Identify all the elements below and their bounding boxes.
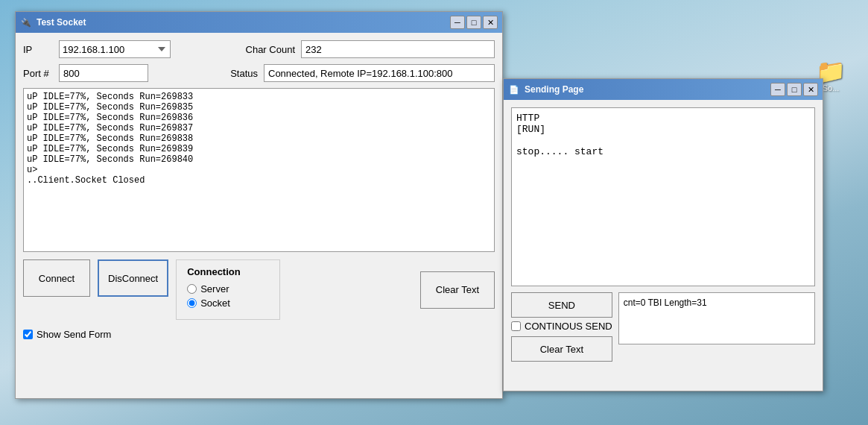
ip-label: IP <box>23 44 53 55</box>
sending-title-bar: 📄 Sending Page ─ □ ✕ <box>504 79 823 100</box>
main-window: 🔌 Test Socket ─ □ ✕ IP 192.168.1.100 192… <box>15 11 503 399</box>
ip-select[interactable]: 192.168.1.100 192.168.1.1 127.0.0.1 <box>59 40 171 58</box>
send-left-col: SEND CONTINOUS SEND Clear Text <box>511 292 612 362</box>
sending-window-content: HTTP [RUN] stop..... start SEND CONTINOU… <box>504 100 823 369</box>
main-window-content: IP 192.168.1.100 192.168.1.1 127.0.0.1 C… <box>16 33 502 347</box>
server-radio-row[interactable]: Server <box>187 283 269 295</box>
port-row: Port # Status <box>23 64 495 82</box>
sending-window: 📄 Sending Page ─ □ ✕ HTTP [RUN] stop....… <box>503 78 823 391</box>
main-window-icon: 🔌 <box>20 16 32 28</box>
sending-minimize-button[interactable]: ─ <box>770 83 785 96</box>
server-label: Server <box>200 283 229 295</box>
socket-radio[interactable] <box>187 298 197 308</box>
main-close-button[interactable]: ✕ <box>483 16 498 29</box>
port-label: Port # <box>23 68 53 79</box>
send-button[interactable]: SEND <box>511 292 612 318</box>
sending-clear-text-button[interactable]: Clear Text <box>511 336 612 362</box>
main-minimize-button[interactable]: ─ <box>450 16 465 29</box>
connection-group: Connection Server Socket <box>176 259 280 320</box>
folder-label: So... <box>823 84 840 92</box>
main-title-bar: 🔌 Test Socket ─ □ ✕ <box>16 12 502 33</box>
sending-window-title: Sending Page <box>525 84 770 95</box>
connection-group-title: Connection <box>187 266 269 277</box>
server-radio[interactable] <box>187 284 197 294</box>
status-input[interactable] <box>264 64 495 82</box>
info-text: cnt=0 TBI Length=31 <box>624 298 707 308</box>
disconnect-button[interactable]: DisConnect <box>98 259 168 297</box>
ip-row: IP 192.168.1.100 192.168.1.1 127.0.0.1 C… <box>23 40 495 58</box>
bottom-controls: Connect DisConnect Connection Server Soc… <box>23 259 495 320</box>
port-input[interactable] <box>59 64 148 82</box>
connect-button[interactable]: Connect <box>23 259 90 297</box>
clear-text-button[interactable]: Clear Text <box>420 271 495 309</box>
show-send-form-checkbox[interactable] <box>23 330 33 339</box>
sending-maximize-button[interactable]: □ <box>787 83 802 96</box>
status-label: Status <box>230 68 258 79</box>
sending-window-icon: 📄 <box>508 84 520 95</box>
char-count-label: Char Count <box>246 44 295 55</box>
send-textarea[interactable]: HTTP [RUN] stop..... start <box>511 107 815 286</box>
sending-window-controls: ─ □ ✕ <box>770 83 818 96</box>
main-window-controls: ─ □ ✕ <box>450 16 498 29</box>
char-count-input[interactable] <box>301 40 495 58</box>
continuous-send-checkbox[interactable] <box>511 321 521 331</box>
log-textarea[interactable]: uP IDLE=77%, Seconds Run=269833 uP IDLE=… <box>23 88 495 252</box>
main-maximize-button[interactable]: □ <box>466 16 481 29</box>
sending-close-button[interactable]: ✕ <box>803 83 818 96</box>
show-send-form-label: Show Send Form <box>37 329 111 340</box>
send-bottom-controls: SEND CONTINOUS SEND Clear Text cnt=0 TBI… <box>511 292 815 362</box>
info-box: cnt=0 TBI Length=31 <box>618 292 815 344</box>
socket-radio-row[interactable]: Socket <box>187 298 269 309</box>
continuous-send-row[interactable]: CONTINOUS SEND <box>511 321 612 332</box>
socket-label: Socket <box>200 298 230 309</box>
continuous-send-label: CONTINOUS SEND <box>525 321 612 332</box>
main-window-title: Test Socket <box>37 17 450 28</box>
show-send-form-row[interactable]: Show Send Form <box>23 329 495 340</box>
